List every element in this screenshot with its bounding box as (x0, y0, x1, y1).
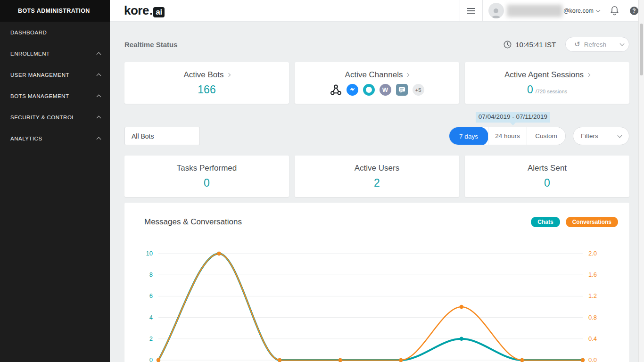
legend-conversations-chip[interactable]: Conversations (566, 217, 618, 227)
vertical-scrollbar[interactable] (638, 0, 644, 362)
server-time-text: 10:45:41 IST (515, 41, 556, 49)
date-range-pointer (510, 123, 516, 125)
sidebar-item-user-management[interactable]: USER MANAGEMENT (0, 64, 110, 85)
filters-dropdown[interactable]: Filters (573, 127, 629, 145)
svg-text:2: 2 (149, 335, 153, 342)
chevron-up-icon (97, 52, 101, 57)
active-agent-sessions-card[interactable]: Active Agent Sessions 0 /720 sessions (465, 62, 629, 104)
sidebar-item-label: USER MANAGEMENT (10, 72, 97, 78)
realtime-stats-row: Active Bots 166 Active Channels (124, 62, 629, 104)
tab-24-hours[interactable]: 24 hours (488, 127, 527, 145)
tab-7-days[interactable]: 7 days (449, 127, 488, 145)
card-title-text: Active Agent Sessions (504, 70, 584, 80)
hamburger-menu-button[interactable] (460, 0, 483, 21)
svg-text:2.0: 2.0 (588, 250, 597, 257)
alerts-sent-card[interactable]: Alerts Sent 0 (465, 156, 629, 197)
tasks-performed-title: Tasks Performed (177, 164, 237, 173)
main-content: Realtime Status 10:45:41 IST ↺ Refresh (110, 22, 644, 362)
sidebar-item-enrollment[interactable]: ENROLLMENT (0, 43, 110, 64)
sidebar-item-label: DASHBOARD (10, 30, 100, 35)
alerts-sent-title: Alerts Sent (528, 164, 567, 173)
sidebar: BOTS ADMINISTRATION DASHBOARD ENROLLMENT… (0, 0, 110, 362)
alerts-sent-value: 0 (544, 177, 550, 189)
chevron-down-icon (618, 133, 622, 138)
topbar: kore . ai @kore.com (110, 0, 644, 22)
tasks-performed-card[interactable]: Tasks Performed 0 (124, 156, 289, 197)
kore-ai-logo: kore . ai (124, 3, 165, 18)
chevron-right-icon (226, 73, 230, 76)
svg-text:0.4: 0.4 (588, 335, 597, 342)
clock-icon (504, 41, 512, 49)
svg-text:4: 4 (149, 314, 153, 321)
refresh-button-group: ↺ Refresh (565, 37, 629, 52)
avatar[interactable] (488, 3, 504, 18)
refresh-button[interactable]: ↺ Refresh (566, 37, 615, 51)
active-bots-title: Active Bots (183, 70, 230, 80)
legend-chats-chip[interactable]: Chats (531, 217, 560, 227)
notifications-button[interactable] (604, 0, 624, 21)
svg-text:0.8: 0.8 (588, 314, 597, 321)
refresh-icon: ↺ (574, 40, 580, 49)
agent-sessions-value: 0 (527, 83, 533, 96)
sidebar-item-label: SECURITY & CONTROL (10, 115, 97, 120)
agent-sessions-suffix: /720 sessions (536, 89, 567, 94)
chevron-right-icon (405, 73, 409, 77)
workplace-letter: W (382, 86, 388, 93)
active-bots-card[interactable]: Active Bots 166 (124, 62, 289, 104)
more-channels-badge[interactable]: +5 (413, 84, 424, 96)
webhook-channel-icon (330, 84, 342, 96)
logo-text: kore (124, 3, 149, 18)
chevron-up-icon (97, 74, 101, 78)
svg-text:0.0: 0.0 (588, 356, 597, 362)
active-users-card[interactable]: Active Users 2 (295, 156, 459, 197)
filters-label: Filters (581, 132, 598, 140)
tasks-performed-value: 0 (204, 177, 210, 189)
chevron-right-icon (586, 73, 590, 76)
sidebar-item-bots-management[interactable]: BOTS MANAGEMENT (0, 85, 110, 107)
svg-text:0: 0 (149, 356, 153, 362)
scrollbar-thumb[interactable] (640, 24, 643, 75)
sidebar-item-label: ENROLLMENT (10, 51, 97, 57)
bot-selector-dropdown[interactable]: All Bots (124, 127, 200, 145)
line-chart: 02468100.00.40.81.21.62.0Jul 04Jul 05Jul… (134, 241, 620, 362)
date-range-row: 07/04/2019 - 07/11/2019 (124, 112, 629, 123)
line-chart-svg: 02468100.00.40.81.21.62.0Jul 04Jul 05Jul… (134, 241, 609, 362)
refresh-options-button[interactable] (615, 37, 629, 51)
sidebar-item-dashboard[interactable]: DASHBOARD (0, 22, 110, 43)
realtime-status-row: Realtime Status 10:45:41 IST ↺ Refresh (124, 37, 629, 52)
active-channels-card[interactable]: Active Channels (295, 62, 459, 104)
svg-text:8: 8 (149, 271, 153, 278)
tab-custom[interactable]: Custom (527, 127, 565, 145)
bell-icon (610, 6, 619, 16)
server-time: 10:45:41 IST (504, 41, 556, 49)
workplace-channel-icon: W (380, 84, 391, 96)
sidebar-item-label: ANALYTICS (10, 136, 97, 141)
bot-selector-value: All Bots (132, 132, 154, 140)
realtime-status-heading: Realtime Status (124, 41, 504, 49)
chevron-up-icon (97, 95, 101, 99)
sidebar-item-security-control[interactable]: SECURITY & CONTROL (0, 107, 110, 128)
sidebar-title-text: BOTS ADMINISTRATION (18, 8, 90, 14)
active-bots-value: 166 (198, 83, 215, 96)
channel-icons: W +5 (330, 84, 424, 96)
ring-channel-icon (363, 84, 375, 96)
help-icon: ? (630, 7, 638, 15)
time-range-tabs: 7 days 24 hours Custom (449, 127, 566, 145)
metric-stats-row: Tasks Performed 0 Active Users 2 Alerts … (124, 156, 629, 197)
active-users-title: Active Users (355, 164, 399, 173)
hamburger-icon (467, 7, 475, 15)
chevron-down-icon[interactable] (596, 8, 601, 12)
agent-sessions-title: Active Agent Sessions (504, 70, 590, 80)
card-title-text: Active Bots (183, 70, 223, 80)
filter-row: All Bots 7 days 24 hours Custom Filters (124, 127, 629, 145)
card-title-text: Active Channels (345, 70, 403, 80)
sidebar-item-analytics[interactable]: ANALYTICS (0, 128, 110, 149)
chevron-up-icon (97, 137, 101, 142)
person-icon (490, 7, 502, 18)
topbar-right: @kore.com ? (460, 0, 644, 21)
logo-badge: ai (153, 7, 165, 17)
sidebar-item-label: BOTS MANAGEMENT (10, 93, 97, 99)
chevron-down-icon (620, 41, 625, 46)
agent-sessions-value-line: 0 /720 sessions (527, 83, 567, 96)
sidebar-nav: DASHBOARD ENROLLMENT USER MANAGEMENT BOT… (0, 22, 110, 149)
